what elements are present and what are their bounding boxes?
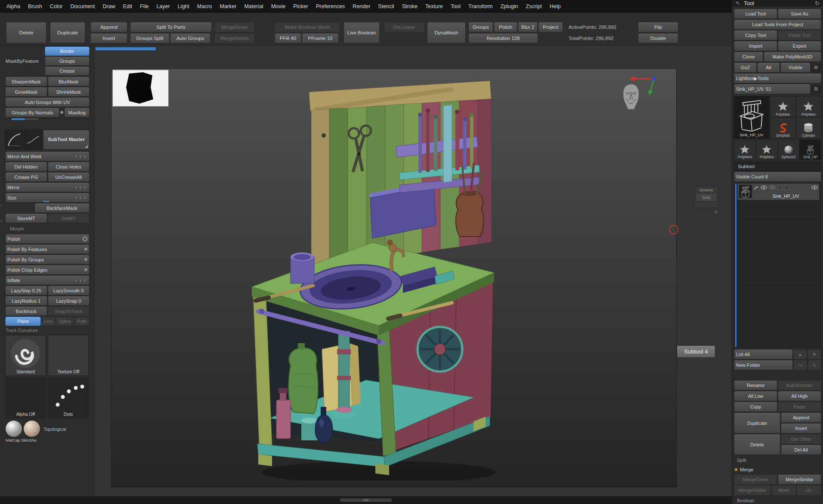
curve-picker-thumb-2[interactable] bbox=[25, 130, 42, 149]
polish-slider[interactable]: Polish bbox=[6, 234, 89, 243]
tool-item-polymesh-3[interactable]: PolyMes bbox=[734, 140, 755, 160]
list-all-button[interactable]: List All bbox=[734, 350, 792, 359]
subtool-empty-slot[interactable]: · bbox=[738, 283, 819, 299]
folder-move-out-icon-button[interactable]: ↪ bbox=[794, 360, 807, 370]
polish-by-groups-slider[interactable]: Polish By Groups bbox=[6, 255, 89, 264]
subtool-empty-slot[interactable]: · bbox=[738, 315, 819, 332]
subtool-duplicate-button[interactable]: Duplicate bbox=[734, 413, 780, 433]
subtool-float-label[interactable]: Subtool 4 bbox=[677, 345, 715, 358]
stroke-thumbnail[interactable]: Dots bbox=[48, 378, 88, 418]
document-canvas[interactable] bbox=[111, 69, 676, 487]
dynamesh-groups-button[interactable]: Groups bbox=[469, 22, 493, 32]
close-holes-button[interactable]: Close Holes bbox=[48, 162, 90, 171]
lazyradius-slider[interactable]: LazyRadius 1 bbox=[6, 296, 47, 305]
active-tool-r-button[interactable]: R bbox=[811, 84, 821, 94]
polish-mode-ring[interactable] bbox=[83, 237, 87, 241]
blur-mask-button[interactable]: BlurMask bbox=[48, 77, 90, 86]
mergevisible-button[interactable]: MergeVisible bbox=[215, 34, 254, 43]
lazystep-slider[interactable]: LazyStep 0.25 bbox=[6, 286, 47, 295]
polish-by-features-slider[interactable]: Polish By Features bbox=[6, 245, 89, 254]
mirror-and-weld-button[interactable]: Mirror And Weldx y z bbox=[6, 152, 89, 161]
menu-item[interactable]: File bbox=[136, 3, 152, 9]
menu-item[interactable]: Picker bbox=[289, 3, 312, 9]
menu-item[interactable]: Render bbox=[349, 3, 374, 9]
insert-button[interactable]: Insert bbox=[91, 34, 127, 43]
normals-angle-mini-slider[interactable] bbox=[12, 118, 38, 120]
stroke-mode-line[interactable]: Line bbox=[41, 317, 55, 326]
active-tool-slider[interactable]: Sink_HP_UV. 51 bbox=[734, 84, 810, 94]
reset-palette-icon[interactable]: ↻ bbox=[815, 0, 820, 6]
size-xyz-toggles[interactable]: x y z bbox=[75, 196, 87, 200]
load-tools-from-project-button[interactable]: Load Tools From Project bbox=[734, 20, 821, 29]
subtool-option-icon-1[interactable] bbox=[778, 185, 782, 190]
menu-item[interactable]: Movie bbox=[267, 3, 289, 9]
split-to-parts-button[interactable]: Split To Parts bbox=[130, 22, 211, 32]
tool-item-polymesh-1[interactable]: PolyMes bbox=[770, 97, 795, 117]
menu-item[interactable]: Color bbox=[46, 3, 67, 9]
backface-mask-button[interactable]: BackfaceMask bbox=[35, 203, 89, 212]
lazysmooth-slider[interactable]: LazySmooth 0 bbox=[48, 286, 90, 295]
alpha-thumbnail[interactable]: Alpha Off bbox=[6, 378, 46, 418]
groups-split-button[interactable]: Groups Split bbox=[130, 34, 169, 43]
stroke-mode-path[interactable]: Path bbox=[74, 317, 89, 326]
subtool-visibility-eye-icon[interactable] bbox=[811, 185, 818, 190]
paste-tool-button[interactable]: Paste Tool bbox=[778, 31, 821, 40]
groups-button[interactable]: Groups bbox=[45, 57, 89, 65]
merge-similar-button[interactable]: MergeSimilar bbox=[778, 475, 821, 484]
menu-item[interactable]: Help bbox=[546, 3, 565, 9]
menu-item[interactable]: Brush bbox=[24, 3, 46, 9]
project-button[interactable]: Project bbox=[538, 22, 563, 32]
subtool-item-thumbnail[interactable] bbox=[739, 185, 752, 198]
menu-item[interactable]: Preferences bbox=[312, 3, 349, 9]
viewport-area[interactable]: Subtool 4 Dynamic Solo »» bbox=[95, 46, 732, 496]
duplicate-button[interactable]: Duplicate bbox=[50, 22, 85, 43]
grow-mask-button[interactable]: GrowMask bbox=[6, 87, 47, 96]
lazysnap-slider[interactable]: LazySnap 0 bbox=[48, 296, 90, 305]
subtool-insert-button[interactable]: Insert bbox=[781, 424, 821, 433]
subtool-eye-all-icon[interactable] bbox=[769, 185, 776, 190]
subtool-list-item[interactable]: Sink_HP_UV bbox=[738, 184, 819, 200]
all-low-button[interactable]: All Low bbox=[734, 391, 777, 401]
subtool-copy-button[interactable]: Copy bbox=[734, 402, 777, 412]
polish-by-groups-dot[interactable] bbox=[84, 258, 87, 261]
crease-pg-button[interactable]: Crease PG bbox=[6, 172, 47, 181]
clone-button[interactable]: Clone bbox=[734, 52, 763, 61]
append-button[interactable]: Append bbox=[91, 22, 127, 32]
subtool-mergevisible-button[interactable]: MergeVisible bbox=[734, 486, 770, 495]
active-tool-thumbnail[interactable]: Sink_HP_UV bbox=[734, 97, 769, 138]
stroke-mode-plane[interactable]: Plane bbox=[6, 317, 40, 326]
brush-thumbnail[interactable]: Standard bbox=[6, 335, 46, 375]
tool-item-simplebrush[interactable]: SimpleB bbox=[770, 118, 795, 138]
uncrease-all-button[interactable]: UnCreaseAll bbox=[48, 172, 90, 181]
menu-item[interactable]: Transform bbox=[464, 3, 497, 9]
subtool-empty-slot[interactable]: · bbox=[738, 266, 819, 283]
left-divider-chevrons[interactable]: ‹‹ bbox=[0, 202, 2, 224]
menu-item[interactable]: Document bbox=[67, 3, 99, 9]
tool-item-cylinder[interactable]: Cylinder bbox=[796, 118, 821, 138]
store-mt-button[interactable]: StoreMT bbox=[6, 214, 47, 223]
split-section-header[interactable]: Split bbox=[734, 456, 821, 464]
copy-tool-button[interactable]: Copy Tool bbox=[734, 31, 777, 40]
resolution-slider[interactable]: Resolution 128 bbox=[469, 34, 538, 43]
curve-picker-thumb[interactable] bbox=[6, 130, 23, 149]
inflate-slider[interactable]: Inflatex y z bbox=[6, 276, 89, 285]
menu-item[interactable]: Tool bbox=[447, 3, 464, 9]
subtool-eye-icon[interactable] bbox=[761, 185, 767, 190]
pfill-slider[interactable]: PFill 40 bbox=[275, 34, 301, 43]
menu-item[interactable]: Material bbox=[240, 3, 267, 9]
crease-button[interactable]: Crease bbox=[45, 67, 89, 75]
dynamesh-button[interactable]: DynaMesh bbox=[427, 22, 465, 43]
goz-r-button[interactable]: R bbox=[811, 63, 821, 72]
tool-item-polymesh-2[interactable]: PolyMes bbox=[796, 97, 821, 117]
maxang-slider[interactable]: MaxAng bbox=[65, 108, 89, 117]
del-all-button[interactable]: Del All bbox=[781, 445, 821, 455]
backtrack-button[interactable]: Backtrack bbox=[6, 307, 47, 316]
all-high-button[interactable]: All High bbox=[778, 391, 821, 401]
goz-visible-button[interactable]: Visible bbox=[781, 63, 810, 72]
auto-groups-with-uv-button[interactable]: Auto Groups With UV bbox=[6, 98, 89, 107]
menu-item[interactable]: Zscript bbox=[522, 3, 546, 9]
mirror-xyz-toggles[interactable]: x y z bbox=[75, 185, 87, 189]
export-button[interactable]: Export bbox=[778, 41, 821, 51]
snaptotrack-button[interactable]: SnapToTrack bbox=[48, 307, 90, 316]
menu-item[interactable]: Macro bbox=[193, 3, 216, 9]
